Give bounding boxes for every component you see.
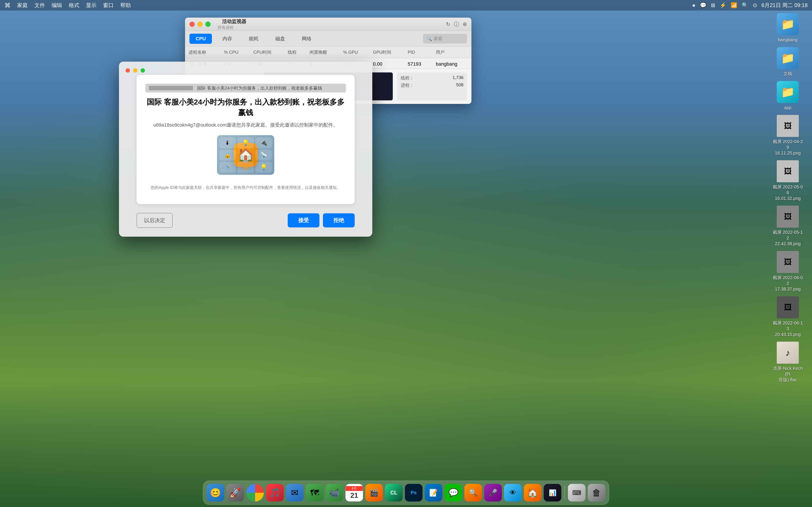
tab-memory[interactable]: 内存 bbox=[216, 33, 238, 44]
home-invitation-dialog: 国际 客服小美24小时为你服务，出入款秒到账，祝老板多多赢钱 国际 客服小美24… bbox=[119, 62, 372, 237]
grid-cell-1: 🌡 bbox=[219, 137, 236, 148]
col-pid[interactable]: PID bbox=[404, 47, 433, 58]
grid-icon[interactable]: ⊞ bbox=[711, 2, 715, 8]
filter-icon[interactable]: ⊕ bbox=[463, 21, 467, 27]
menubar-left: ⌘ 家庭 文件 编辑 格式 显示 窗口 帮助 bbox=[4, 2, 131, 9]
menu-item-format[interactable]: 格式 bbox=[69, 2, 79, 9]
datetime-display[interactable]: 6月21日 周二 09:18 bbox=[762, 2, 808, 9]
dock-icon-preview[interactable]: 👁 bbox=[504, 484, 522, 502]
dock-icon-vscode[interactable]: 📝 bbox=[425, 484, 442, 502]
refresh-icon[interactable]: ↻ bbox=[446, 21, 450, 27]
menu-item-jia-ting[interactable]: 家庭 bbox=[17, 2, 28, 9]
desktop-file-wengao[interactable]: 📁 文稿 bbox=[772, 47, 803, 76]
dock-icon-trash[interactable]: 🗑 bbox=[588, 484, 605, 502]
dock-icon-magnifier[interactable]: 🔍 bbox=[464, 484, 482, 502]
reject-button[interactable]: 拒绝 bbox=[323, 213, 355, 227]
maximize-button[interactable] bbox=[205, 21, 211, 27]
col-cpu-pct[interactable]: % CPU bbox=[220, 47, 250, 58]
desktop: ⌘ 家庭 文件 编辑 格式 显示 窗口 帮助 ● 💬 ⊞ ⚡ 📶 🔍 ⊙ 6月2… bbox=[0, 0, 812, 507]
dock-icon-home[interactable]: 🏠 bbox=[524, 484, 542, 502]
processes-label: 进程： bbox=[401, 82, 414, 88]
search-bar[interactable]: 🔍 家庭 bbox=[423, 34, 467, 43]
folder-icon-app: 📁 bbox=[777, 81, 799, 103]
col-idle-wake[interactable]: 闲置唤醒 bbox=[306, 47, 340, 58]
screenshot-icon-3: 🖼 bbox=[777, 206, 799, 228]
menu-item-view[interactable]: 显示 bbox=[86, 2, 97, 9]
dock-icon-typist[interactable]: ⌨ bbox=[568, 484, 586, 502]
dock-icon-claquette[interactable]: 🎬 bbox=[365, 484, 383, 502]
file-label-audio: 淡屏-Nick Kech(抖音版).flac bbox=[772, 365, 803, 383]
minimize-button[interactable] bbox=[197, 21, 203, 27]
toolbar-icons: ↻ ⓘ ⊕ bbox=[446, 21, 467, 28]
info-icon[interactable]: ⓘ bbox=[454, 21, 459, 28]
dialog-maximize-button[interactable] bbox=[141, 68, 145, 73]
col-gpu-time[interactable]: GPU时间 bbox=[369, 47, 404, 58]
tab-network[interactable]: 网络 bbox=[296, 33, 318, 44]
dock-icon-activity-monitor[interactable]: 📊 bbox=[544, 484, 561, 502]
menubar: ⌘ 家庭 文件 编辑 格式 显示 窗口 帮助 ● 💬 ⊞ ⚡ 📶 🔍 ⊙ 6月2… bbox=[0, 0, 812, 11]
control-center-icon[interactable]: ⊙ bbox=[753, 2, 757, 8]
col-gpu-pct[interactable]: % GPU bbox=[340, 47, 369, 58]
dock-icon-launchpad[interactable]: 🚀 bbox=[226, 484, 244, 502]
dock-separator bbox=[564, 486, 565, 499]
dock-icon-speech[interactable]: 🎤 bbox=[484, 484, 502, 502]
col-threads[interactable]: 线程 bbox=[284, 47, 306, 58]
col-user[interactable]: 用户 bbox=[432, 47, 471, 58]
col-process-name[interactable]: 进程名称 bbox=[185, 47, 220, 58]
wechat-menubar-icon[interactable]: 💬 bbox=[700, 2, 707, 8]
dock-icon-clion[interactable]: CL bbox=[385, 484, 403, 502]
dialog-content: 国际 客服小美24小时为你服务，出入款秒到账，祝老板多多赢钱 国际 客服小美24… bbox=[137, 75, 355, 204]
dock-icon-finder[interactable]: 😊 bbox=[207, 484, 224, 502]
desktop-file-app[interactable]: 📁 app bbox=[772, 81, 803, 111]
dialog-buttons: 以后决定 接受 拒绝 bbox=[119, 213, 372, 237]
later-button[interactable]: 以后决定 bbox=[137, 213, 173, 228]
dock-icon-facetime[interactable]: 📹 bbox=[325, 484, 343, 502]
menu-item-edit[interactable]: 编辑 bbox=[52, 2, 62, 9]
close-button[interactable] bbox=[190, 21, 195, 27]
cell-user: bangbang bbox=[432, 58, 471, 69]
dialog-minimize-button[interactable] bbox=[133, 68, 138, 73]
folder-icon-wengao: 📁 bbox=[777, 47, 799, 69]
record-icon[interactable]: ● bbox=[692, 2, 696, 8]
dock-icon-maps[interactable]: 🗺 bbox=[306, 484, 323, 502]
wifi-icon[interactable]: 📶 bbox=[731, 2, 737, 8]
menubar-right: ● 💬 ⊞ ⚡ 📶 🔍 ⊙ 6月21日 周二 09:18 bbox=[692, 2, 808, 9]
desktop-file-screenshot2[interactable]: 🖼 截屏 2022-05-0616.01.32.png bbox=[772, 160, 803, 201]
dock-icon-calendar[interactable]: 6月 21 bbox=[345, 484, 363, 502]
desktop-file-audio[interactable]: ♪ 淡屏-Nick Kech(抖音版).flac bbox=[772, 342, 803, 383]
desktop-file-screenshot1[interactable]: 🖼 截屏 2022-04-2916.11.25.png bbox=[772, 115, 803, 156]
search-magnifier-icon: 🔍 bbox=[426, 36, 432, 41]
apple-menu[interactable]: ⌘ bbox=[4, 2, 11, 9]
audio-file-icon: ♪ bbox=[777, 342, 799, 364]
cell-pid: 57193 bbox=[404, 58, 433, 69]
desktop-file-screenshot4[interactable]: 🖼 截屏 2022-06-0217.38.37.png bbox=[772, 251, 803, 292]
menu-item-file[interactable]: 文件 bbox=[34, 2, 45, 9]
dock-icon-wechat[interactable]: 💬 bbox=[445, 484, 462, 502]
battery-icon[interactable]: ⚡ bbox=[720, 2, 726, 8]
dock-icon-chrome[interactable] bbox=[246, 484, 264, 502]
home-invite-graphic: 🌡 💡 🔌 🔒 📡 🚿 🔆 💡 🏠 bbox=[217, 135, 274, 175]
dock-icon-photoshop[interactable]: Ps bbox=[405, 484, 422, 502]
folder-icon-bangbang: 📁 bbox=[777, 13, 799, 35]
tab-cpu[interactable]: CPU bbox=[190, 34, 212, 44]
search-icon[interactable]: 🔍 bbox=[742, 2, 748, 8]
menu-item-window[interactable]: 窗口 bbox=[103, 2, 114, 9]
file-label-screenshot4: 截屏 2022-06-0217.38.37.png bbox=[772, 275, 803, 292]
home-icon-center: 🏠 bbox=[234, 143, 258, 167]
tab-disk[interactable]: 磁盘 bbox=[269, 33, 291, 44]
home-graphic-container: 🌡 💡 🔌 🔒 📡 🚿 🔆 💡 🏠 bbox=[145, 135, 346, 180]
col-cpu-time[interactable]: CPU时间 bbox=[250, 47, 284, 58]
desktop-file-bangbang[interactable]: 📁 bangbang bbox=[772, 13, 803, 43]
dialog-close-button[interactable] bbox=[125, 68, 130, 73]
desktop-file-screenshot5[interactable]: 🖼 截屏 2022-06-1320.43.15.png bbox=[772, 296, 803, 337]
accept-button[interactable]: 接受 bbox=[288, 213, 319, 227]
dock-icon-mail[interactable]: ✉ bbox=[286, 484, 304, 502]
dock-icon-music[interactable]: 🎵 bbox=[266, 484, 284, 502]
grid-cell-6: 📡 bbox=[255, 150, 272, 161]
tab-energy[interactable]: 能耗 bbox=[243, 33, 265, 44]
file-label-screenshot5: 截屏 2022-06-1320.43.15.png bbox=[772, 320, 803, 337]
grid-cell-3: 🔌 bbox=[255, 137, 272, 148]
spam-header-bar: 国际 客服小美24小时为你服务，出入款秒到账，祝老板多多赢钱 bbox=[145, 83, 346, 93]
menu-item-help[interactable]: 帮助 bbox=[120, 2, 131, 9]
desktop-file-screenshot3[interactable]: 🖼 截屏 2022-05-1222.42.38.png bbox=[772, 206, 803, 246]
